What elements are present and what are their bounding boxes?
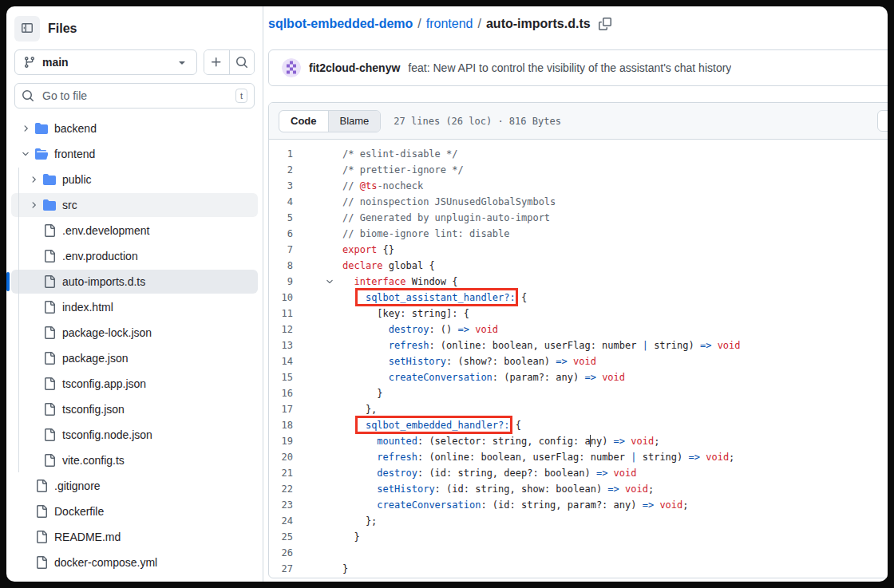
tree-item-public[interactable]: public (11, 168, 258, 191)
fold-gutter (293, 178, 342, 194)
line-number[interactable]: 9 (269, 274, 293, 290)
tree-indent-guide (18, 168, 19, 472)
tree-item-label: tsconfig.json (62, 403, 125, 416)
tree-item-.env.production[interactable]: .env.production (11, 244, 258, 268)
line-number[interactable]: 24 (269, 513, 293, 529)
commit-author[interactable]: fit2cloud-chenyw (309, 61, 400, 74)
tree-item-label: auto-imports.d.ts (62, 275, 145, 288)
annotation-box: sqlbot_embedded_handler?: (366, 420, 510, 431)
line-number[interactable]: 19 (269, 433, 293, 449)
tree-item-backend[interactable]: backend (11, 116, 258, 140)
line-number[interactable]: 11 (269, 306, 293, 322)
branch-selector[interactable]: main (14, 49, 197, 75)
search-icon (235, 56, 248, 69)
search-tree-button[interactable] (229, 50, 255, 74)
code-text: destroy: () => void (342, 322, 498, 337)
tree-item-tsconfig.json[interactable]: tsconfig.json (11, 397, 258, 421)
add-file-button[interactable] (204, 50, 229, 74)
latest-commit-bar: fit2cloud-chenyw feat: New API to contro… (268, 49, 888, 86)
tree-item-README.md[interactable]: README.md (11, 525, 258, 549)
line-number[interactable]: 13 (269, 337, 293, 353)
fold-gutter (293, 369, 342, 385)
tree-item-auto-imports.d.ts[interactable]: auto-imports.d.ts (11, 270, 258, 294)
line-number[interactable]: 7 (269, 242, 293, 258)
avatar[interactable] (282, 58, 301, 77)
line-number[interactable]: 26 (269, 545, 293, 561)
code-text: interface Window { (342, 274, 458, 290)
file-icon (43, 275, 56, 288)
breadcrumb-repo-link[interactable]: sqlbot-embedded-demo (268, 16, 413, 32)
file-icon (35, 505, 48, 518)
tree-item-vite.config.ts[interactable]: vite.config.ts (11, 448, 258, 472)
line-number[interactable]: 14 (269, 353, 293, 369)
line-number[interactable]: 12 (269, 322, 293, 337)
line-number[interactable]: 6 (269, 226, 293, 242)
line-number[interactable]: 15 (269, 369, 293, 385)
line-number[interactable]: 21 (269, 465, 293, 481)
line-number[interactable]: 2 (269, 162, 293, 178)
tree-item-docker-compose.yml[interactable]: docker-compose.yml (11, 551, 258, 574)
line-number[interactable]: 23 (269, 497, 293, 513)
code-line-9: 9 interface Window { (269, 274, 888, 290)
tab-code[interactable]: Code (279, 111, 329, 132)
chevron-right-icon (16, 124, 35, 133)
code-line-8: 8declare global { (269, 258, 888, 274)
code-text: setHistory: (show?: boolean) => void (342, 353, 596, 369)
go-to-file-box: t (14, 83, 255, 109)
line-number[interactable]: 22 (269, 481, 293, 497)
annotation-box: sqlbot_assistant_handler?: (366, 292, 516, 303)
code-text: sqlbot_assistant_handler?: { (342, 290, 527, 306)
collapse-sidebar-button[interactable] (14, 16, 40, 41)
code-line-5: 5// Generated by unplugin-auto-import (269, 210, 888, 226)
fold-gutter (293, 146, 342, 162)
code-text: // @ts-nocheck (342, 178, 423, 194)
fold-chevron-down-icon[interactable] (293, 274, 342, 290)
fold-gutter (293, 194, 342, 210)
line-number[interactable]: 10 (269, 290, 293, 306)
line-number[interactable]: 18 (269, 417, 293, 433)
code-text: createConversation: (param?: any) => voi… (342, 369, 625, 385)
line-number[interactable]: 27 (269, 561, 293, 577)
tree-item-tsconfig.app.json[interactable]: tsconfig.app.json (11, 372, 258, 396)
line-number[interactable]: 8 (269, 258, 293, 274)
code-text: } (342, 561, 348, 577)
tree-item-tsconfig.node.json[interactable]: tsconfig.node.json (11, 423, 258, 447)
line-number[interactable]: 3 (269, 178, 293, 194)
line-number[interactable]: 17 (269, 401, 293, 417)
code-text: /* eslint-disable */ (342, 146, 458, 162)
line-number[interactable]: 4 (269, 194, 293, 210)
tree-item-label: vite.config.ts (62, 454, 125, 467)
breadcrumb-dir-link[interactable]: frontend (426, 16, 473, 32)
raw-button[interactable]: Raw (877, 110, 888, 132)
git-branch-icon (23, 56, 36, 69)
line-number[interactable]: 20 (269, 449, 293, 465)
line-number[interactable]: 5 (269, 210, 293, 226)
tree-item-label: Dockerfile (54, 505, 104, 518)
tree-item-index.html[interactable]: index.html (11, 295, 258, 319)
tree-item-label: public (62, 173, 92, 186)
line-number[interactable]: 1 (269, 146, 293, 162)
tree-item-.env.development[interactable]: .env.development (11, 219, 258, 243)
tree-item-Dockerfile[interactable]: Dockerfile (11, 499, 258, 523)
file-icon (35, 479, 48, 492)
commit-message[interactable]: feat: New API to control the visibility … (408, 61, 731, 74)
branch-name: main (42, 56, 69, 69)
tree-item-frontend[interactable]: frontend (11, 142, 258, 166)
tree-item-package.json[interactable]: package.json (11, 346, 258, 370)
go-to-file-input[interactable] (41, 89, 229, 103)
breadcrumb: sqlbot-embedded-demo / frontend / auto-i… (268, 16, 888, 32)
tree-item-src[interactable]: src (11, 193, 258, 217)
tree-item-.gitignore[interactable]: .gitignore (11, 474, 258, 498)
fold-gutter (293, 497, 342, 513)
file-icon (43, 224, 56, 237)
copy-path-icon[interactable] (599, 18, 611, 30)
tree-item-label: docker-compose.yml (54, 556, 157, 569)
code-text: // biome-ignore lint: disable (342, 226, 510, 242)
code-text: } (342, 385, 383, 401)
tree-item-package-lock.json[interactable]: package-lock.json (11, 321, 258, 345)
code-line-23: 23 createConversation: (id: string, para… (269, 497, 888, 513)
tab-blame[interactable]: Blame (329, 111, 381, 132)
line-number[interactable]: 16 (269, 385, 293, 401)
line-number[interactable]: 25 (269, 529, 293, 545)
code-text: sqlbot_embedded_handler?: { (342, 417, 521, 433)
